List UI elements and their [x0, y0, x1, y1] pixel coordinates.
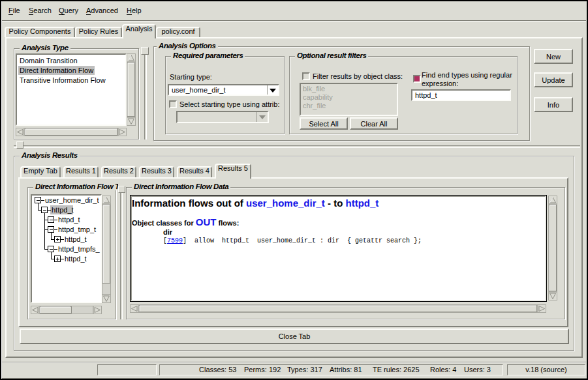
- svg-text:httpd_tmp_t: httpd_tmp_t: [58, 226, 96, 233]
- svg-text:httpd_t: httpd_t: [52, 206, 74, 214]
- svg-text:user_home_dir_t: user_home_dir_t: [45, 196, 99, 204]
- svg-text:httpd_tmpfs_: httpd_tmpfs_: [58, 245, 100, 253]
- svg-text:httpd_t: httpd_t: [65, 255, 87, 263]
- svg-text:httpd_t: httpd_t: [65, 235, 87, 243]
- svg-text:httpd_t: httpd_t: [58, 216, 80, 224]
